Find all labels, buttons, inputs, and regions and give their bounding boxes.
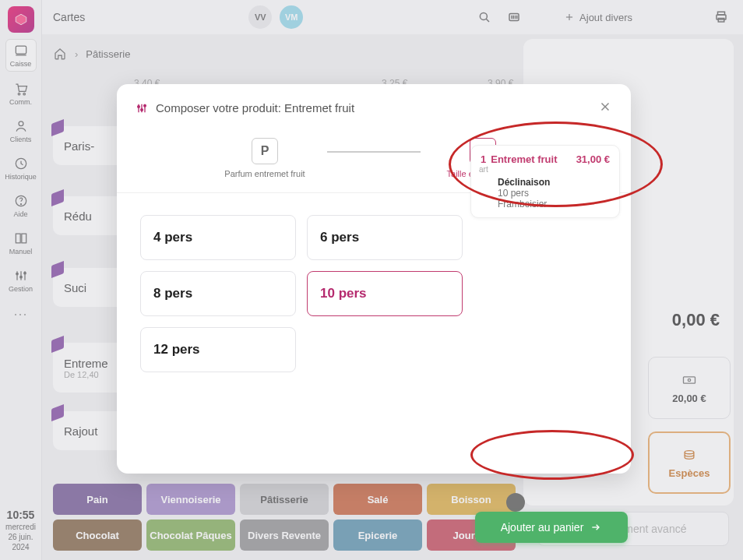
arrow-right-icon bbox=[590, 521, 602, 534]
product-summary: 1 Entremet fruit 31,00 € art Déclinaison… bbox=[470, 145, 620, 218]
step-parfum[interactable]: P Parfum entremet fruit bbox=[202, 138, 327, 178]
drag-handle[interactable] bbox=[506, 493, 525, 512]
opt-12pers[interactable]: 12 pers bbox=[140, 327, 296, 372]
summary-parfum: Framboisier bbox=[498, 199, 610, 210]
compose-modal: Composer votre produit: Entremet fruit P… bbox=[117, 84, 631, 474]
opt-6pers[interactable]: 6 pers bbox=[307, 215, 463, 260]
svg-point-37 bbox=[144, 104, 146, 107]
summary-decl: Déclinaison bbox=[498, 177, 610, 188]
svg-point-36 bbox=[141, 108, 143, 111]
summary-size: 10 pers bbox=[498, 188, 610, 199]
add-to-cart-button[interactable]: Ajouter au panier bbox=[475, 512, 628, 543]
opt-10pers[interactable]: 10 pers bbox=[307, 271, 463, 316]
sliders-icon bbox=[136, 102, 148, 114]
summary-qty: 1 bbox=[481, 153, 486, 165]
opt-4pers[interactable]: 4 pers bbox=[140, 215, 296, 260]
size-options: 4 pers 6 pers 8 pers 10 pers 12 pers bbox=[140, 215, 612, 372]
close-icon[interactable] bbox=[598, 100, 612, 116]
opt-8pers[interactable]: 8 pers bbox=[140, 271, 296, 316]
modal-title: Composer votre produit: Entremet fruit bbox=[156, 101, 354, 114]
summary-price: 31,00 € bbox=[576, 153, 610, 165]
svg-point-35 bbox=[138, 105, 140, 107]
summary-name: Entremet fruit bbox=[491, 153, 571, 165]
